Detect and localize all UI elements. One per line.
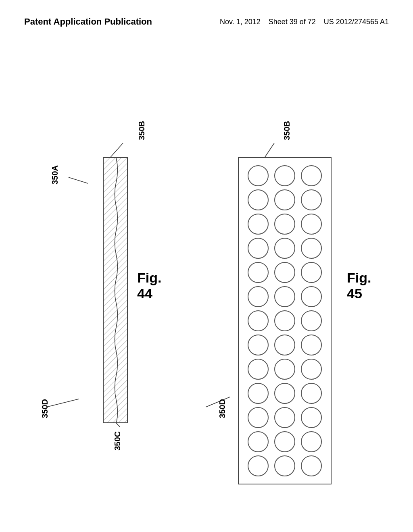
label-350b-fig44: 350B <box>137 121 146 140</box>
fig45-title: Fig. 45 <box>347 270 371 301</box>
svg-rect-7 <box>104 158 128 423</box>
circles-grid-box <box>238 157 332 484</box>
svg-line-1 <box>69 177 88 183</box>
label-350a: 350A <box>50 165 60 185</box>
sheet-info: Sheet 39 of 72 <box>269 18 316 26</box>
label-350b-fig45: 350B <box>282 121 292 140</box>
publication-title: Patent Application Publication <box>24 16 152 28</box>
label-350d-fig45: 350D <box>218 399 227 418</box>
hatched-strip-fig44 <box>103 157 128 423</box>
header-info: Nov. 1, 2012 Sheet 39 of 72 US 2012/2745… <box>220 16 389 28</box>
svg-line-3 <box>46 399 79 407</box>
fig44-title: Fig. 44 <box>137 270 161 301</box>
label-350d-fig44: 350D <box>40 399 50 418</box>
patent-number: US 2012/274565 A1 <box>324 18 389 26</box>
publication-date: Nov. 1, 2012 <box>220 18 261 26</box>
page-header: Patent Application Publication Nov. 1, 2… <box>0 16 413 28</box>
label-350c: 350C <box>113 431 122 451</box>
